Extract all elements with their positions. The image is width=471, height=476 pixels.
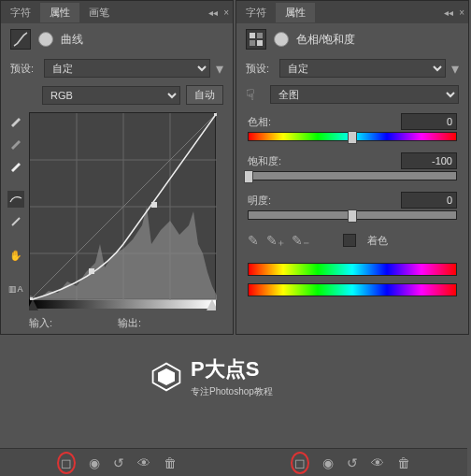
lightness-label: 明度: xyxy=(248,194,271,208)
logo-text: P大点S xyxy=(191,355,273,383)
channel-select[interactable]: RGB xyxy=(42,86,180,105)
clip-to-layer-icon[interactable]: ◻ xyxy=(57,452,76,474)
watermark-logo: P大点S 专注Photoshop教程 xyxy=(150,355,273,398)
spectrum-top xyxy=(248,263,457,276)
svg-rect-16 xyxy=(257,40,263,46)
tab-character[interactable]: 字符 xyxy=(1,3,40,22)
eyedropper-white-icon[interactable] xyxy=(7,157,24,174)
colorize-checkbox[interactable] xyxy=(343,234,356,247)
footer-left: ◻ ◉ ↺ 👁 🗑 xyxy=(0,448,234,476)
panel-title: 曲线 xyxy=(61,32,83,48)
eyedropper-gray-icon[interactable] xyxy=(7,135,24,151)
logo-subtitle: 专注Photoshop教程 xyxy=(191,385,273,398)
svg-rect-9 xyxy=(214,113,217,116)
visibility-icon[interactable]: 👁 xyxy=(137,455,150,470)
input-gradient[interactable] xyxy=(29,299,216,310)
svg-marker-18 xyxy=(158,368,175,385)
tab-character-r[interactable]: 字符 xyxy=(236,3,276,22)
tab-bar-left: 字符 属性 画笔 ◂◂ × xyxy=(1,1,233,23)
curve-pencil-tool-icon[interactable] xyxy=(7,213,24,230)
reset-icon[interactable]: ↺ xyxy=(113,455,124,470)
hand-tool-icon[interactable]: ✋ xyxy=(7,247,24,264)
lightness-slider[interactable] xyxy=(248,210,457,220)
input-label: 输入: xyxy=(29,316,52,330)
trash-icon-r[interactable]: 🗑 xyxy=(397,455,410,470)
trash-icon[interactable]: 🗑 xyxy=(164,455,177,470)
visibility-icon-r[interactable]: 👁 xyxy=(371,455,384,470)
collapse-icon[interactable]: ◂◂ xyxy=(208,7,218,18)
hue-label: 色相: xyxy=(248,115,271,129)
reset-icon-r[interactable]: ↺ xyxy=(347,455,358,470)
preset-select[interactable]: 自定 xyxy=(44,59,210,78)
auto-button[interactable]: 自动 xyxy=(186,85,223,105)
curves-tool-column: ✋ ▥A xyxy=(7,112,25,330)
output-value xyxy=(160,316,188,330)
hue-sat-panel: 字符 属性 ◂◂ × 色相/饱和度 预设: 自定 ▾ ☟ 全图 色相: xyxy=(236,0,469,335)
saturation-label: 饱和度: xyxy=(248,154,281,168)
preset-menu-icon[interactable]: ▾ xyxy=(216,60,223,78)
close-icon[interactable]: × xyxy=(223,7,229,18)
view-previous-icon[interactable]: ◉ xyxy=(89,455,100,470)
svg-rect-15 xyxy=(250,40,255,46)
saturation-input[interactable] xyxy=(401,152,457,169)
hue-sat-adjustment-icon xyxy=(246,29,266,50)
view-previous-icon-r[interactable]: ◉ xyxy=(322,455,334,470)
preset-label: 预设: xyxy=(10,62,38,76)
eyedropper-black-icon[interactable] xyxy=(7,112,24,129)
input-value xyxy=(71,316,99,330)
tab-bar-right: 字符 属性 ◂◂ × xyxy=(236,1,468,23)
lightness-input[interactable] xyxy=(401,192,457,209)
panel-title-r: 色相/饱和度 xyxy=(296,32,355,48)
svg-rect-8 xyxy=(151,202,157,208)
saturation-slider[interactable] xyxy=(248,171,457,180)
clip-histogram-icon[interactable]: ▥A xyxy=(7,281,24,297)
preset-select-r[interactable]: 自定 xyxy=(279,59,446,78)
target-adjust-icon[interactable]: ☟ xyxy=(246,86,264,104)
eyedropper-icon[interactable]: ✎ xyxy=(248,233,259,248)
preset-menu-icon-r[interactable]: ▾ xyxy=(451,60,459,78)
clip-to-layer-icon-r[interactable]: ◻ xyxy=(291,452,309,474)
eyedropper-add-icon[interactable]: ✎₊ xyxy=(266,233,284,248)
svg-rect-6 xyxy=(30,297,33,300)
hue-slider[interactable] xyxy=(248,132,457,141)
hue-input[interactable] xyxy=(401,113,457,130)
mask-icon[interactable] xyxy=(38,32,53,47)
svg-rect-10 xyxy=(29,299,216,309)
tab-properties-r[interactable]: 属性 xyxy=(276,3,315,22)
svg-rect-13 xyxy=(250,33,255,38)
close-icon-r[interactable]: × xyxy=(459,7,464,18)
spectrum-bottom xyxy=(248,283,457,296)
footer-right: ◻ ◉ ↺ 👁 🗑 xyxy=(234,448,467,476)
collapse-icon-r[interactable]: ◂◂ xyxy=(444,7,453,18)
tab-properties[interactable]: 属性 xyxy=(40,3,79,22)
mask-icon-r[interactable] xyxy=(274,32,289,47)
logo-icon xyxy=(150,360,183,394)
curve-graph[interactable] xyxy=(29,112,216,299)
output-label: 输出: xyxy=(118,316,141,330)
eyedropper-subtract-icon[interactable]: ✎₋ xyxy=(292,233,309,248)
curves-adjustment-icon xyxy=(10,29,31,50)
svg-rect-7 xyxy=(89,268,94,274)
curves-panel: 字符 属性 画笔 ◂◂ × 曲线 预设: 自定 ▾ RGB 自动 xyxy=(0,0,234,335)
svg-rect-14 xyxy=(257,33,263,38)
preset-label-r: 预设: xyxy=(246,62,274,76)
curve-point-tool-icon[interactable] xyxy=(7,191,24,208)
tab-brush[interactable]: 画笔 xyxy=(79,3,119,22)
colorize-label: 着色 xyxy=(367,234,388,248)
range-select[interactable]: 全图 xyxy=(270,85,459,104)
